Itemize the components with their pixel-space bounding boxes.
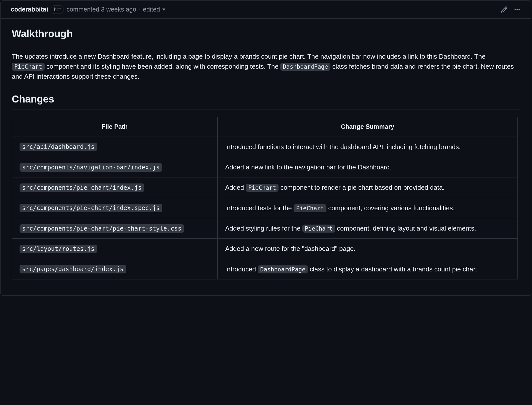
summary-code: PieChart [294,204,326,212]
summary-text: Introduced tests for the [225,204,294,212]
change-summary-cell: Added styling rules for the PieChart com… [218,218,518,239]
summary-text: Added styling rules for the [225,225,302,232]
table-header-row: File Path Change Summary [12,117,518,137]
col-header-summary: Change Summary [218,117,518,137]
col-header-file: File Path [12,117,218,137]
change-summary-cell: Added PieChart component to render a pie… [218,177,518,198]
file-path-cell: src/api/dashboard.js [12,137,218,157]
summary-code: PieChart [246,184,279,192]
file-path-cell: src/pages/dashboard/index.js [12,259,218,279]
more-actions-button[interactable] [514,6,521,13]
change-summary-cell: Introduced functions to interact with th… [218,137,518,157]
file-path-code: src/components/pie-chart/pie-chart-style… [20,224,184,233]
file-path-cell: src/components/pie-chart/pie-chart-style… [12,218,218,239]
code-dashboardpage: DashboardPage [280,63,330,71]
summary-text: Added a new link to the navigation bar f… [225,163,391,171]
summary-text: class to display a dashboard with a bran… [308,265,479,273]
bot-badge: bot [51,5,64,14]
pencil-icon [501,6,508,13]
edited-dropdown[interactable]: edited [143,5,165,14]
file-path-code: src/layout/routes.js [20,245,97,253]
summary-text: component, defining layout and visual el… [335,225,476,232]
chevron-down-icon [162,9,165,11]
table-row: src/pages/dashboard/index.jsIntroduced D… [12,259,518,279]
timestamp-value: 3 weeks ago [101,6,136,13]
summary-text: component, covering various functionalit… [326,204,455,212]
comment-timestamp[interactable]: commented 3 weeks ago [66,5,136,14]
code-piechart: PieChart [12,63,45,71]
changes-heading: Changes [12,91,520,110]
walkthrough-paragraph: The updates introduce a new Dashboard fe… [12,51,520,82]
edit-button[interactable] [501,6,508,13]
separator-dot: · [139,5,140,14]
summary-text: Introduced [225,265,258,273]
table-row: src/layout/routes.jsAdded a new route fo… [12,239,518,259]
edited-label: edited [143,5,160,14]
change-summary-cell: Introduced DashboardPage class to displa… [218,259,518,279]
summary-text: component to render a pie chart based on… [279,184,445,191]
walkthrough-heading: Walkthrough [12,26,520,44]
file-path-cell: src/components/pie-chart/index.js [12,177,218,198]
change-summary-cell: Added a new route for the "dashboard" pa… [218,239,518,259]
file-path-cell: src/components/navigation-bar/index.js [12,157,218,177]
table-row: src/components/navigation-bar/index.jsAd… [12,157,518,177]
kebab-icon [514,6,521,13]
file-path-code: src/components/navigation-bar/index.js [20,163,162,172]
comment-header-actions [501,6,521,13]
table-row: src/components/pie-chart/index.spec.jsIn… [12,198,518,218]
file-path-code: src/components/pie-chart/index.js [20,183,144,192]
comment-body: Walkthrough The updates introduce a new … [1,19,531,295]
table-row: src/components/pie-chart/index.jsAdded P… [12,177,518,198]
change-summary-cell: Added a new link to the navigation bar f… [218,157,518,177]
file-path-code: src/components/pie-chart/index.spec.js [20,204,162,212]
walkthrough-text-2: component and its styling have been adde… [45,63,280,70]
comment-header-meta: coderabbitai bot commented 3 weeks ago ·… [11,5,165,14]
file-path-code: src/api/dashboard.js [20,143,97,151]
changes-table: File Path Change Summary src/api/dashboa… [12,117,518,279]
table-row: src/api/dashboard.jsIntroduced functions… [12,137,518,157]
summary-code: DashboardPage [258,265,308,273]
table-row: src/components/pie-chart/pie-chart-style… [12,218,518,239]
walkthrough-text-1: The updates introduce a new Dashboard fe… [12,53,486,60]
file-path-code: src/pages/dashboard/index.js [20,265,126,273]
summary-text: Introduced functions to interact with th… [225,143,461,151]
change-summary-cell: Introduced tests for the PieChart compon… [218,198,518,218]
file-path-cell: src/layout/routes.js [12,239,218,259]
author-link[interactable]: coderabbitai [11,5,48,14]
timestamp-prefix: commented [66,6,101,13]
summary-text: Added a new route for the "dashboard" pa… [225,245,356,252]
summary-text: Added [225,184,246,191]
comment-container: coderabbitai bot commented 3 weeks ago ·… [1,1,531,296]
file-path-cell: src/components/pie-chart/index.spec.js [12,198,218,218]
comment-header: coderabbitai bot commented 3 weeks ago ·… [1,1,531,19]
summary-code: PieChart [302,225,335,233]
